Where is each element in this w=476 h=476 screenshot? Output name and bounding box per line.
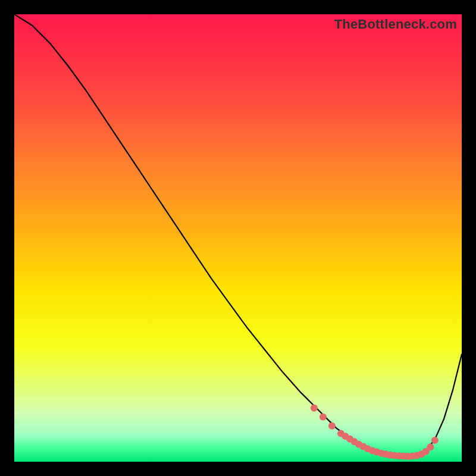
marker-dot [427, 443, 434, 450]
curve-line [14, 14, 462, 456]
chart-container: TheBottleneck.com [0, 0, 476, 476]
chart-svg [14, 14, 462, 462]
marker-dot [320, 414, 327, 421]
marker-dot [328, 422, 336, 430]
plot-area: TheBottleneck.com [14, 14, 462, 462]
marker-dot [431, 437, 439, 444]
marker-dot [311, 405, 318, 412]
marker-group [311, 405, 439, 460]
